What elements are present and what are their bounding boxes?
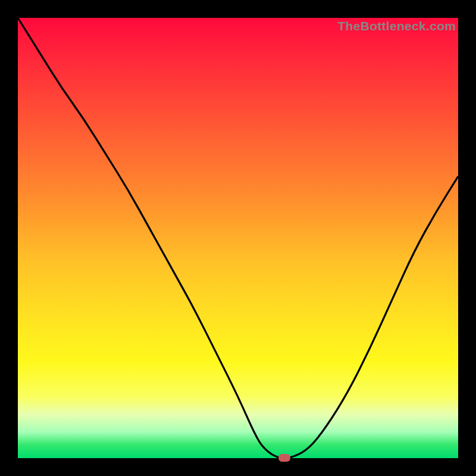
chart-frame: TheBottleneck.com [0, 0, 476, 476]
optimal-point-marker [278, 454, 290, 462]
bottleneck-curve [18, 18, 458, 458]
watermark-text: TheBottleneck.com [337, 19, 456, 33]
